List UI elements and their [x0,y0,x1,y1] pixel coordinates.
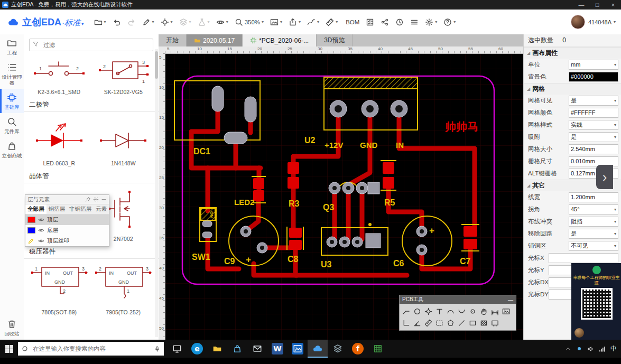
eye-icon[interactable] [38,227,44,234]
prop-select[interactable]: ▾mm [569,60,618,70]
tool-dashrect-button[interactable] [434,317,445,329]
pencil-icon[interactable] [27,238,35,244]
sidebar-item-project[interactable]: 工程 [0,34,24,59]
component-card[interactable]: IN OUT GND 1 3 2 7805(SOT-89) [27,259,91,316]
network-icon[interactable] [599,346,606,352]
layers-tab[interactable]: 非铜箔层 [67,204,94,214]
tool-dimension-button[interactable] [489,305,500,317]
tool-angle-button[interactable] [412,317,423,329]
pin-icon[interactable] [85,197,91,202]
component-card[interactable]: 1 2 K2-3.6×6.1_SMD [27,54,91,96]
eye-icon[interactable] [38,217,44,223]
component-card[interactable]: 2 3 1 SK-12D02-VG5 [91,54,156,96]
settings-button[interactable]: ▾ [422,16,440,29]
taskbar-app-viewer[interactable] [328,340,348,358]
mic-icon[interactable] [154,346,161,352]
maximize-button[interactable]: □ [589,2,605,8]
sidebar-item-basic-lib[interactable]: 基础库 [0,89,24,113]
measure-button[interactable]: ▾ [323,16,340,29]
taskbar-app-photos[interactable] [288,340,308,358]
ime-indicator[interactable]: 中 [610,344,617,353]
tab-start[interactable]: 开始 [159,34,187,46]
component-card[interactable]: 1N4148W [91,112,156,167]
view-button[interactable]: ▾ [214,16,231,29]
tool-rect-button[interactable] [467,317,478,329]
layer-row[interactable]: 顶层 [25,214,109,225]
prop-input[interactable]: #000000 [569,72,618,82]
share-button[interactable] [378,16,392,29]
tool-circle2-button[interactable] [467,305,478,317]
sidebar-item-lcsc-mall[interactable]: 立创商城 [0,137,24,162]
minimize-panel-icon[interactable] [101,197,107,202]
tab-folder[interactable]: 2020.05.17 [187,34,243,46]
help-button[interactable]: ▾ [441,16,458,29]
prop-input[interactable]: 1.200mm [569,192,618,202]
tool-image-button[interactable] [500,305,512,317]
taskbar-search-input[interactable] [32,345,154,352]
user-menu[interactable]: 414048A ▾ [571,15,616,29]
filter-box[interactable] [29,39,153,51]
prop-select[interactable]: ▾45° [569,204,618,214]
layer-row[interactable]: 顶层丝印 [25,236,109,246]
taskbar-app-word[interactable]: W [267,340,288,358]
prop-select[interactable]: ▾实线 [569,120,618,130]
taskbar-app-easyeda[interactable] [308,340,328,358]
tool-hand-button[interactable] [478,305,489,317]
layer-stack-button[interactable] [407,16,421,29]
simulation-button[interactable]: ▾ [195,16,212,29]
zoom-button[interactable]: 350%▾ [232,16,266,29]
tool-via-button[interactable] [423,305,434,317]
undo-button[interactable] [110,16,124,29]
tray-chevron-up-icon[interactable] [565,346,571,352]
origin-button[interactable]: ▾ [158,16,175,29]
taskbar-app-firefox[interactable]: f [348,340,368,358]
tab-preview3d[interactable]: 3D预览 [317,34,353,46]
prop-select[interactable]: ▾是 [569,96,618,106]
layer-color-swatch[interactable] [27,217,35,223]
bom-button[interactable]: BOM [341,17,362,27]
tool-line45-button[interactable] [456,317,467,329]
pcb-tools-header[interactable]: PCB工具 — [400,295,516,304]
prop-input[interactable]: #FFFFFF [569,108,618,118]
tool-polygon-button[interactable] [445,317,456,329]
prop-input[interactable]: 2.540mm [569,144,618,154]
prop-select[interactable]: ▾是 [569,132,618,142]
tool-arc2-button[interactable] [456,305,467,317]
panel-expander-button[interactable]: › [596,165,613,189]
sidebar-item-parts-lib[interactable]: 元件库 [0,113,24,137]
tool-copper-button[interactable] [478,317,489,329]
layer-color-swatch[interactable] [27,227,35,234]
sidebar-item-recycle-bin[interactable]: 回收站 [0,315,24,340]
prop-select[interactable]: ▾是 [569,229,618,239]
layer-manager-button[interactable]: ▾ [177,16,194,29]
start-button[interactable] [0,340,18,358]
export-button[interactable]: ▾ [286,16,303,29]
snapshot-button[interactable]: ▾ [267,16,285,29]
layers-tab[interactable]: 铜箔层 [47,204,68,214]
taskbar-search[interactable] [18,342,164,356]
library-scrollbar[interactable] [155,49,158,337]
brand-logo[interactable]: 立创EDA ·标准 ▾ [6,16,84,29]
tool-track-button[interactable] [401,305,412,317]
file-button[interactable]: ▾ [91,16,109,29]
layer-row[interactable]: 底层 [25,225,109,236]
prop-group-header[interactable]: ◢画布属性 [524,47,621,59]
tool-circle-button[interactable] [412,305,423,317]
promo-ad[interactable]: 串联每个工程师的职业生涯 [571,263,621,340]
design-check-button[interactable] [363,16,377,29]
tool-arc-button[interactable] [445,305,456,317]
prop-group-header[interactable]: ◢网格 [524,83,621,95]
history-button[interactable] [393,16,406,29]
tool-ruler-button[interactable] [423,317,434,329]
route-button[interactable]: ▾ [304,16,322,29]
component-card[interactable]: IN OUT GND 2 3 1 7905(TO-252) [91,259,156,316]
taskbar-app-edge[interactable]: e [187,340,207,358]
sidebar-item-design-manager[interactable]: 设计管理器 [0,59,24,89]
redo-button[interactable] [125,16,138,29]
taskbar-app-sheets[interactable] [368,340,388,358]
layers-tab[interactable]: 元素 [94,204,109,214]
minimize-tools-icon[interactable]: — [508,297,513,303]
component-card[interactable]: LED-0603_R [27,112,91,167]
taskbar-app-mail[interactable] [247,340,267,358]
draw-tool-button[interactable]: ▾ [140,16,157,29]
